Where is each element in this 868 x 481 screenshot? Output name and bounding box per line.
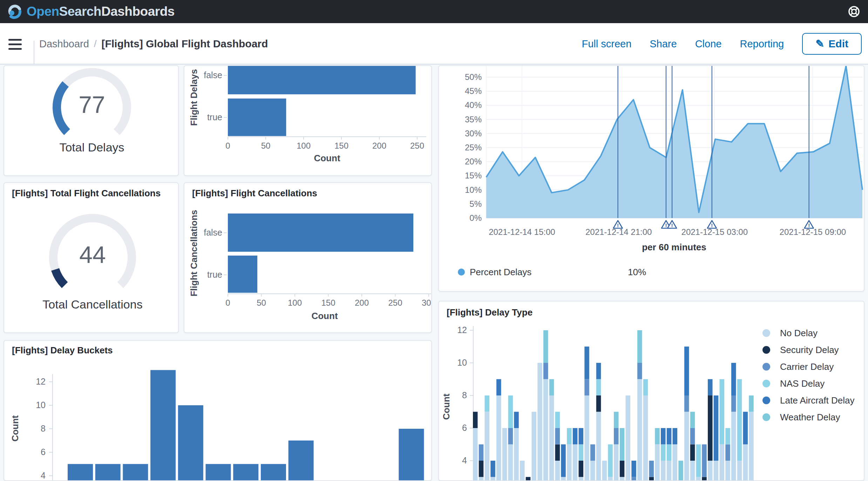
stacked-segment[interactable] bbox=[479, 461, 484, 477]
stacked-segment[interactable] bbox=[637, 330, 642, 363]
stacked-segment[interactable] bbox=[637, 363, 642, 379]
help-icon[interactable] bbox=[847, 5, 861, 19]
flight-delays-bar-chart[interactable]: 050100150200250falsetrueCountFlight Dela… bbox=[184, 66, 431, 175]
percent-delays-area-chart[interactable]: 0%5%10%15%20%25%30%35%40%45%50%!!!!!2021… bbox=[439, 66, 864, 291]
stacked-segment[interactable] bbox=[690, 428, 695, 445]
stacked-segment[interactable] bbox=[508, 428, 513, 445]
stacked-segment[interactable] bbox=[532, 412, 537, 481]
histogram-bar[interactable] bbox=[399, 429, 424, 480]
stacked-segment[interactable] bbox=[667, 445, 672, 461]
stacked-segment[interactable] bbox=[661, 445, 666, 461]
stacked-segment[interactable] bbox=[567, 445, 572, 481]
stacked-segment[interactable] bbox=[573, 445, 578, 481]
stacked-segment[interactable] bbox=[714, 395, 719, 461]
stacked-segment[interactable] bbox=[614, 445, 619, 481]
stacked-segment[interactable] bbox=[690, 412, 695, 428]
stacked-segment[interactable] bbox=[673, 445, 678, 481]
stacked-segment[interactable] bbox=[614, 412, 619, 428]
stacked-segment[interactable] bbox=[549, 379, 554, 396]
stacked-segment[interactable] bbox=[731, 395, 736, 412]
stacked-segment[interactable] bbox=[543, 379, 548, 481]
stacked-segment[interactable] bbox=[590, 445, 595, 461]
stacked-segment[interactable] bbox=[561, 477, 566, 481]
stacked-segment[interactable] bbox=[725, 428, 730, 445]
bar-true[interactable] bbox=[228, 99, 286, 136]
stacked-segment[interactable] bbox=[608, 445, 613, 477]
histogram-bar[interactable] bbox=[233, 464, 258, 481]
stacked-segment[interactable] bbox=[620, 477, 625, 481]
stacked-segment[interactable] bbox=[725, 445, 730, 461]
stacked-segment[interactable] bbox=[579, 428, 584, 445]
stacked-segment[interactable] bbox=[655, 428, 660, 445]
total-cancellations-gauge-chart[interactable]: 44Total Cancellations bbox=[4, 183, 178, 332]
stacked-segment[interactable] bbox=[737, 461, 742, 480]
stacked-segment[interactable] bbox=[596, 363, 601, 379]
full-screen-button[interactable]: Full screen bbox=[582, 38, 631, 50]
stacked-segment[interactable] bbox=[614, 428, 619, 445]
legend-item-security-delay[interactable]: Security Delay bbox=[762, 345, 839, 355]
stacked-segment[interactable] bbox=[596, 412, 601, 481]
stacked-segment[interactable] bbox=[743, 412, 748, 445]
stacked-segment[interactable] bbox=[555, 445, 560, 461]
stacked-segment[interactable] bbox=[725, 461, 730, 480]
stacked-segment[interactable] bbox=[590, 461, 595, 480]
panel-title[interactable]: [Flights] Delay Type bbox=[447, 307, 533, 318]
stacked-segment[interactable] bbox=[702, 445, 707, 477]
stacked-segment[interactable] bbox=[708, 379, 713, 396]
stacked-segment[interactable] bbox=[637, 379, 642, 481]
stacked-segment[interactable] bbox=[608, 477, 613, 481]
stacked-segment[interactable] bbox=[537, 363, 542, 480]
stacked-segment[interactable] bbox=[596, 379, 601, 396]
legend-item-nas-delay[interactable]: NAS Delay bbox=[762, 378, 825, 389]
histogram-bar[interactable] bbox=[95, 464, 121, 481]
stacked-segment[interactable] bbox=[643, 379, 648, 396]
stacked-segment[interactable] bbox=[602, 461, 607, 480]
stacked-segment[interactable] bbox=[626, 395, 631, 480]
stacked-segment[interactable] bbox=[579, 445, 584, 461]
stacked-segment[interactable] bbox=[514, 428, 519, 480]
stacked-segment[interactable] bbox=[631, 477, 636, 481]
stacked-segment[interactable] bbox=[708, 395, 713, 461]
stacked-segment[interactable] bbox=[479, 445, 484, 461]
stacked-segment[interactable] bbox=[684, 412, 689, 481]
stacked-segment[interactable] bbox=[526, 477, 531, 481]
stacked-segment[interactable] bbox=[573, 428, 578, 445]
histogram-bar[interactable] bbox=[206, 464, 231, 481]
stacked-segment[interactable] bbox=[485, 412, 490, 481]
stacked-segment[interactable] bbox=[543, 363, 548, 379]
stacked-segment[interactable] bbox=[473, 412, 478, 428]
stacked-segment[interactable] bbox=[678, 461, 683, 480]
stacked-segment[interactable] bbox=[514, 412, 519, 428]
flight-cancellations-bar-chart[interactable]: 050100150200250300falsetrueCountFlight C… bbox=[184, 183, 431, 332]
clone-button[interactable]: Clone bbox=[695, 38, 722, 50]
stacked-segment[interactable] bbox=[520, 461, 525, 480]
stacked-segment[interactable] bbox=[720, 379, 725, 445]
stacked-segment[interactable] bbox=[479, 477, 484, 481]
stacked-segment[interactable] bbox=[673, 428, 678, 445]
stacked-segment[interactable] bbox=[649, 461, 654, 477]
stacked-segment[interactable] bbox=[731, 363, 736, 395]
histogram-bar[interactable] bbox=[68, 464, 93, 481]
legend-item-carrier-delay[interactable]: Carrier Delay bbox=[762, 361, 834, 372]
stacked-segment[interactable] bbox=[749, 412, 754, 481]
stacked-segment[interactable] bbox=[620, 428, 625, 461]
stacked-segment[interactable] bbox=[584, 347, 589, 379]
stacked-segment[interactable] bbox=[690, 445, 695, 461]
stacked-segment[interactable] bbox=[567, 428, 572, 445]
histogram-bar[interactable] bbox=[289, 441, 314, 481]
stacked-segment[interactable] bbox=[490, 461, 495, 477]
stacked-segment[interactable] bbox=[643, 395, 648, 480]
menu-hamburger-icon[interactable] bbox=[8, 36, 22, 52]
bar-false[interactable] bbox=[228, 66, 416, 94]
annotation-warning-icon[interactable]: ! bbox=[667, 221, 677, 228]
stacked-segment[interactable] bbox=[508, 395, 513, 428]
stacked-segment[interactable] bbox=[684, 395, 689, 412]
share-button[interactable]: Share bbox=[650, 38, 677, 50]
stacked-segment[interactable] bbox=[555, 412, 560, 428]
stacked-segment[interactable] bbox=[584, 379, 589, 396]
legend-percent-delays[interactable]: Percent Delays bbox=[458, 267, 531, 277]
stacked-segment[interactable] bbox=[749, 395, 754, 412]
stacked-segment[interactable] bbox=[631, 461, 636, 477]
stacked-segment[interactable] bbox=[473, 428, 478, 480]
total-delays-gauge-chart[interactable]: 77Total Delays bbox=[4, 66, 178, 175]
